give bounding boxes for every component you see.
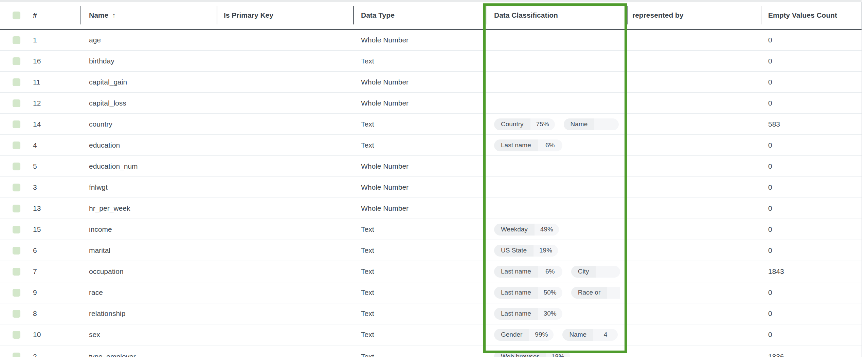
table-row: 12 capital_loss Whole Number 0 (0, 93, 862, 114)
cell-empty-values-count: 0 (761, 282, 862, 303)
columns-table-screen: # Name ↑ Is Primary Key Data Type Data C… (0, 0, 868, 357)
row-select-checkbox[interactable] (13, 205, 20, 212)
classification-tag[interactable]: Last name50% (494, 287, 562, 299)
classification-tag-percent: 30% (538, 308, 562, 320)
classification-tag[interactable]: Last name6% (494, 266, 562, 278)
cell-select (0, 30, 25, 50)
cell-index: 12 (25, 93, 80, 113)
column-header-data-classification[interactable]: Data Classification (487, 2, 627, 29)
row-select-checkbox[interactable] (13, 268, 20, 276)
row-select-checkbox[interactable] (13, 57, 20, 65)
table-row: 14 country Text Country75%Name 583 (0, 114, 862, 135)
cell-select (0, 198, 25, 219)
classification-tag[interactable]: Name4 (562, 329, 618, 341)
classification-tag[interactable]: Web browser18% (494, 351, 570, 357)
column-header-represented-by[interactable]: represented by (627, 2, 761, 29)
cell-is-primary-key (217, 135, 353, 155)
row-select-checkbox[interactable] (13, 289, 20, 297)
classification-tag-percent: 6% (538, 266, 562, 278)
row-select-checkbox[interactable] (13, 310, 20, 318)
cell-select (0, 114, 25, 134)
classification-tag[interactable]: US State19% (494, 245, 558, 257)
table-row: 16 birthday Text 0 (0, 51, 862, 72)
row-select-checkbox[interactable] (13, 184, 20, 191)
classification-tag-percent: 6% (538, 139, 562, 151)
cell-represented-by (627, 72, 761, 92)
classification-tag[interactable]: Name (564, 118, 619, 130)
cell-data-type: Text (353, 51, 487, 71)
cell-index: 11 (25, 72, 80, 92)
cell-data-classification: Gender99%Name4 (487, 324, 627, 345)
cell-index: 2 (25, 345, 80, 357)
column-header-index-label: # (33, 11, 37, 19)
classification-tag-label: Web browser (494, 351, 546, 357)
classification-tag[interactable]: Country75% (494, 118, 555, 130)
classification-tag[interactable]: City (571, 266, 620, 278)
column-header-is-primary-key-label: Is Primary Key (224, 11, 273, 19)
cell-name: sex (80, 324, 217, 345)
classification-tag[interactable]: Last name6% (494, 139, 562, 151)
row-select-checkbox[interactable] (13, 163, 20, 170)
row-select-checkbox[interactable] (13, 120, 20, 128)
cell-select (0, 219, 25, 240)
cell-empty-values-count: 0 (761, 324, 862, 345)
classification-tag[interactable]: Weekday49% (494, 224, 559, 236)
table-row: 4 education Text Last name6% 0 (0, 135, 862, 156)
cell-empty-values-count: 0 (761, 93, 862, 113)
cell-index: 9 (25, 282, 80, 303)
cell-represented-by (627, 198, 761, 219)
cell-name: relationship (80, 303, 217, 324)
classification-tag-percent: 49% (535, 224, 559, 236)
cell-index: 15 (25, 219, 80, 240)
cell-data-type: Whole Number (353, 156, 487, 176)
classification-tag[interactable]: Last name30% (494, 308, 562, 320)
table-row: 10 sex Text Gender99%Name4 0 (0, 324, 862, 345)
row-select-checkbox[interactable] (13, 142, 20, 149)
row-select-checkbox[interactable] (13, 226, 20, 233)
cell-name: income (80, 219, 217, 240)
classification-tag-label: City (571, 266, 596, 278)
cell-select (0, 240, 25, 261)
cell-data-type: Text (353, 324, 487, 345)
classification-tag-label: Last name (494, 287, 538, 299)
classification-tag-percent: 18% (546, 351, 570, 357)
cell-represented-by (627, 51, 761, 71)
row-select-checkbox[interactable] (13, 353, 20, 357)
cell-data-type: Text (353, 345, 487, 357)
column-header-empty-values-count[interactable]: Empty Values Count (761, 2, 862, 29)
row-select-checkbox[interactable] (13, 99, 20, 107)
row-select-checkbox[interactable] (13, 78, 20, 86)
table-row: 11 capital_gain Whole Number 0 (0, 72, 862, 93)
cell-empty-values-count: 0 (761, 135, 862, 155)
classification-tag[interactable]: Gender99% (494, 329, 554, 341)
table-row: 2 type_employer Text Web browser18% 1836 (0, 345, 862, 357)
cell-empty-values-count: 0 (761, 30, 862, 50)
row-select-checkbox[interactable] (13, 331, 20, 339)
column-header-data-type[interactable]: Data Type (353, 2, 487, 29)
cell-empty-values-count: 0 (761, 219, 862, 240)
cell-select (0, 72, 25, 92)
cell-represented-by (627, 219, 761, 240)
cell-name: education_num (80, 156, 217, 176)
classification-tag-percent: 50% (538, 287, 562, 299)
cell-represented-by (627, 303, 761, 324)
classification-tag-label: Name (562, 329, 593, 341)
row-select-checkbox[interactable] (13, 36, 20, 44)
column-header-index[interactable]: # (25, 2, 80, 29)
cell-name: hr_per_week (80, 198, 217, 219)
table-row: 15 income Text Weekday49% 0 (0, 219, 862, 240)
cell-index: 6 (25, 240, 80, 261)
classification-tag[interactable]: Race or (571, 287, 620, 299)
column-header-select (0, 2, 25, 29)
row-select-checkbox[interactable] (13, 247, 20, 255)
cell-data-classification: Country75%Name (487, 114, 627, 134)
classification-tag-percent: 99% (529, 329, 554, 341)
select-all-checkbox[interactable] (13, 12, 20, 19)
table-row: 5 education_num Whole Number 0 (0, 156, 862, 177)
column-header-represented-by-label: represented by (632, 11, 684, 19)
cell-data-classification (487, 72, 627, 92)
classification-tag-label: Gender (494, 329, 529, 341)
column-header-name[interactable]: Name ↑ (80, 2, 217, 29)
cell-data-type: Whole Number (353, 30, 487, 50)
column-header-is-primary-key[interactable]: Is Primary Key (217, 2, 353, 29)
